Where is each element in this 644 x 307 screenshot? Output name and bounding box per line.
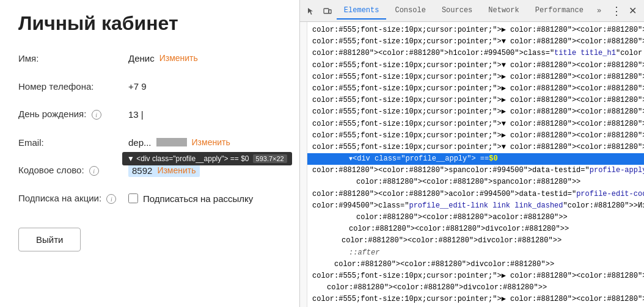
tab-network[interactable]: Network — [481, 2, 526, 20]
inspect-element-btn[interactable] — [304, 2, 319, 20]
phone-text: +7 9 — [128, 81, 147, 92]
dom-line[interactable]: color:#881280"><color:#881280">divcolor:… — [307, 235, 644, 247]
subscription-text: Подписаться на рассылку — [143, 193, 253, 204]
dom-line[interactable]: color:#555;font-size:10px;cursor:pointer… — [307, 36, 644, 48]
value-subscription: Подписаться на рассылку — [128, 193, 253, 204]
profile-row-name: Имя: Денис Изменить — [18, 49, 281, 67]
profile-row-subscription: Подписка на акции: i Подписаться на расс… — [18, 190, 281, 207]
dom-line[interactable]: color:#555;font-size:10px;cursor:pointer… — [307, 24, 644, 36]
dom-line[interactable]: color:#881280"><color:#881280">divcolor:… — [307, 259, 644, 270]
svg-rect-1 — [329, 10, 331, 13]
label-birthday: День рождения: i — [18, 109, 128, 120]
tab-elements[interactable]: Elements — [337, 2, 387, 20]
tab-performance[interactable]: Performance — [528, 2, 591, 20]
edit-name-link[interactable]: Изменить — [159, 53, 198, 63]
value-phone: +7 9 — [128, 81, 147, 92]
dom-line[interactable]: color:#881280"><color:#881280">h1 color:… — [307, 48, 644, 59]
info-icon-birthday: i — [92, 110, 101, 120]
subscription-checkbox[interactable] — [128, 193, 138, 203]
dom-line[interactable]: color:#555;font-size:10px;cursor:pointer… — [307, 294, 644, 305]
profile-row-phone: Номер телефона: +7 9 — [18, 78, 281, 95]
label-phone: Номер телефона: — [18, 81, 128, 92]
name-text: Денис — [128, 53, 155, 63]
email-text: dep... — [128, 137, 152, 148]
page-title: Личный кабинет — [18, 12, 281, 35]
dom-line[interactable]: color:#555;font-size:10px;cursor:pointer… — [307, 130, 644, 142]
tab-console[interactable]: Console — [387, 2, 433, 20]
dom-line[interactable]: color:#555;font-size:10px;cursor:pointer… — [307, 106, 644, 118]
devtools-close-btn[interactable]: ✕ — [625, 2, 640, 20]
tooltip-class-text: ▼ <div class="profile__apply"> == $0 — [127, 154, 249, 163]
dom-line[interactable]: color:#881280"><color:#881280">spancolor… — [307, 176, 644, 188]
dom-line[interactable]: color:#555;font-size:10px;cursor:pointer… — [307, 71, 644, 83]
dom-line[interactable]: color:#555;font-size:10px;cursor:pointer… — [307, 95, 644, 106]
edit-email-link[interactable]: Изменить — [192, 137, 230, 147]
more-tabs-btn[interactable]: » — [592, 3, 606, 19]
dom-line[interactable]: color:#994500">class="profile__edit-link… — [307, 200, 644, 212]
dom-line[interactable]: color:#555;font-size:10px;cursor:pointer… — [307, 142, 644, 153]
value-name: Денис Изменить — [128, 53, 198, 63]
value-birthday: 13 | — [128, 109, 144, 120]
value-code: 8592 Изменить — [128, 164, 200, 177]
dom-line[interactable]: color:#555;font-size:10px;cursor:pointer… — [307, 83, 644, 95]
value-email: dep... Изменить ▼ <div class="profile__a… — [128, 137, 230, 148]
info-icon-code: i — [89, 166, 99, 176]
dom-line[interactable]: color:#881280"><color:#881280">a color:#… — [307, 189, 644, 200]
dom-line[interactable]: color:#555;font-size:10px;cursor:pointer… — [307, 270, 644, 282]
birthday-text: 13 | — [128, 109, 144, 120]
devtools-content: color:#555;font-size:10px;cursor:pointer… — [300, 22, 644, 307]
devtools-gutter — [300, 22, 307, 307]
devtools-panel: Elements Console Sources Network Perform… — [299, 0, 644, 307]
tooltip-size: 593.7×22 — [253, 154, 287, 163]
devtools-toolbar: Elements Console Sources Network Perform… — [300, 0, 644, 22]
email-obscured — [156, 138, 187, 146]
dom-line[interactable]: color:#881280"><color:#881280">divcolor:… — [307, 282, 644, 294]
label-subscription: Подписка на акции: i — [18, 193, 128, 204]
info-icon-subscription: i — [106, 194, 116, 204]
label-code: Кодовое слово: i — [18, 165, 128, 176]
dom-line[interactable]: ▼ <div class="profile__apply"> == $0 — [307, 153, 644, 165]
edit-code-link[interactable]: Изменить — [157, 165, 196, 175]
tooltip-box: ▼ <div class="profile__apply"> == $0 593… — [122, 152, 292, 165]
dom-line[interactable]: color:#881280"><color:#881280">divcolor:… — [307, 223, 644, 235]
code-text: 8592 — [132, 165, 152, 176]
dom-line[interactable]: ::after — [307, 247, 644, 259]
dom-line[interactable]: color:#555;font-size:10px;cursor:pointer… — [307, 118, 644, 130]
devtools-menu-btn[interactable]: ⋮ — [609, 2, 624, 20]
logout-button[interactable]: Выйти — [18, 228, 81, 251]
profile-row-birthday: День рождения: i 13 | — [18, 106, 281, 123]
device-toggle-btn[interactable] — [320, 2, 335, 20]
dom-line[interactable]: color:#881280"><color:#881280">span colo… — [307, 165, 644, 176]
profile-row-email: Email: dep... Изменить ▼ <div class="pro… — [18, 134, 281, 151]
svg-rect-0 — [324, 9, 329, 13]
label-email: Email: — [18, 137, 128, 148]
dom-tree[interactable]: color:#555;font-size:10px;cursor:pointer… — [307, 22, 644, 307]
tab-sources[interactable]: Sources — [434, 2, 480, 20]
label-name: Имя: — [18, 53, 128, 63]
dom-line[interactable]: color:#881280"><color:#881280">acolor:#8… — [307, 212, 644, 223]
profile-panel: Личный кабинет Имя: Денис Изменить Номер… — [0, 0, 299, 307]
dom-line[interactable]: color:#555;font-size:10px;cursor:pointer… — [307, 60, 644, 71]
